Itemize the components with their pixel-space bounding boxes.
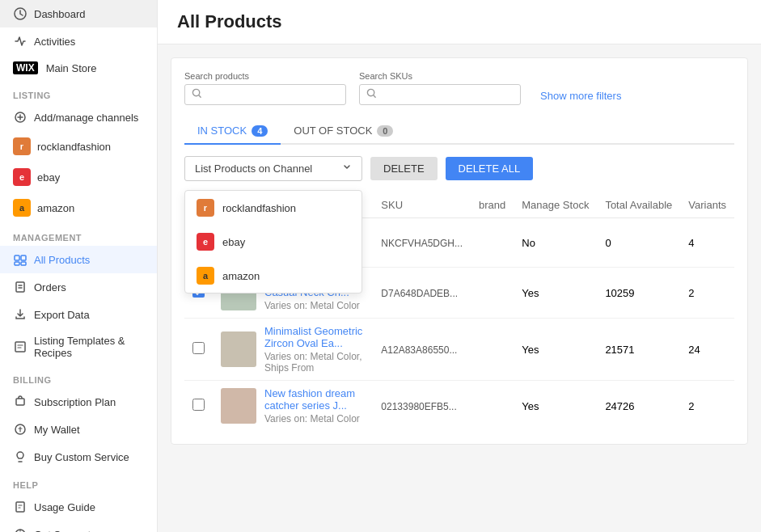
row-variants: 2 [680, 381, 734, 432]
sidebar-item-dashboard[interactable]: Dashboard [0, 0, 157, 27]
get-support-label: Get Support [34, 529, 91, 533]
channel-dropdown-label: List Products on Channel [195, 163, 312, 175]
dropdown-item-rocklandfashion[interactable]: r rocklandfashion [185, 191, 361, 225]
table-row: Minimalist Geometric Zircon Oval Ea... V… [184, 319, 734, 381]
sidebar-item-subscription[interactable]: Subscription Plan [0, 388, 157, 416]
svg-rect-7 [15, 342, 25, 352]
page-header: All Products [158, 0, 761, 44]
product-info: Minimalist Geometric Zircon Oval Ea... V… [264, 325, 365, 374]
products-panel: Search products Search SKUs [171, 57, 748, 445]
content-area: Search products Search SKUs [158, 44, 761, 458]
product-thumbnail [221, 388, 256, 424]
product-name[interactable]: New fashion dream catcher series J... [264, 387, 365, 412]
wallet-icon [13, 422, 27, 437]
main-content: All Products Search products Search SKUs [158, 0, 761, 532]
usage-guide-icon [13, 500, 27, 514]
wix-logo: WIX [13, 61, 38, 74]
svg-rect-10 [16, 502, 24, 512]
svg-rect-8 [16, 399, 24, 405]
tab-in-stock[interactable]: IN STOCK 4 [184, 118, 281, 145]
search-products-input[interactable] [207, 89, 339, 101]
row-checkbox[interactable] [192, 342, 205, 354]
tab-out-of-stock-badge: 0 [377, 125, 393, 137]
search-skus-field: Search SKUs [359, 71, 521, 105]
row-sku: NKCFVHA5DGH... [373, 218, 471, 268]
show-filters-link[interactable]: Show more filters [540, 90, 621, 105]
row-checkbox[interactable] [192, 399, 205, 411]
tab-out-of-stock[interactable]: OUT OF STOCK 0 [281, 118, 406, 145]
sidebar-item-export-data[interactable]: Export Data [0, 301, 157, 328]
tab-in-stock-label: IN STOCK [197, 125, 247, 137]
listing-templates-icon [13, 340, 27, 354]
row-sku: 02133980EFB5... [373, 381, 471, 432]
page-title: All Products [177, 11, 742, 32]
row-variants: 4 [680, 218, 734, 268]
sidebar-item-rocklandfashion[interactable]: r rocklandfashion [0, 131, 157, 162]
row-sku: D7A648DADEB... [373, 268, 471, 319]
row-product-cell: New fashion dream catcher series J... Va… [213, 381, 373, 432]
subscription-label: Subscription Plan [34, 396, 116, 408]
product-variant: Varies on: Metal Color, Ships From [264, 351, 365, 374]
table-row: New fashion dream catcher series J... Va… [184, 381, 734, 432]
row-brand [471, 268, 514, 319]
tab-in-stock-badge: 4 [252, 125, 268, 137]
ebay-label: ebay [37, 171, 60, 184]
search-skus-input[interactable] [382, 89, 514, 101]
channel-dropdown-chevron [342, 163, 352, 175]
sidebar-item-add-channels[interactable]: Add/manage channels [0, 103, 157, 131]
row-total-available: 10259 [597, 268, 680, 319]
usage-guide-label: Usage Guide [34, 501, 95, 513]
sidebar-item-activities[interactable]: Activities [0, 27, 157, 55]
product-info: New fashion dream catcher series J... Va… [264, 387, 365, 424]
export-data-icon [13, 307, 27, 322]
get-support-icon [13, 527, 27, 532]
sidebar-item-get-support[interactable]: Get Support [0, 521, 157, 532]
wallet-label: My Wallet [34, 424, 80, 436]
search-products-icon [192, 88, 202, 101]
sidebar-item-custom-service[interactable]: Buy Custom Service [0, 443, 157, 471]
search-products-input-wrap [184, 84, 346, 105]
sidebar-item-all-products[interactable]: All Products [0, 246, 157, 273]
orders-label: Orders [34, 281, 66, 293]
search-skus-icon [366, 88, 377, 101]
row-brand [471, 381, 514, 432]
delete-button[interactable]: DELETE [370, 157, 438, 180]
sidebar-item-wallet[interactable]: My Wallet [0, 416, 157, 443]
sidebar: Dashboard Activities WIX Main Store List… [0, 0, 158, 532]
sidebar-item-orders[interactable]: Orders [0, 273, 157, 301]
sidebar-item-ebay[interactable]: e ebay [0, 162, 157, 192]
sidebar-item-usage-guide[interactable]: Usage Guide [0, 493, 157, 521]
sidebar-item-listing-templates[interactable]: Listing Templates & Recipes [0, 328, 157, 365]
row-manage-stock: Yes [514, 319, 597, 381]
tab-out-of-stock-label: OUT OF STOCK [294, 125, 372, 137]
col-sku: SKU [373, 192, 471, 218]
col-manage-stock: Manage Stock [514, 192, 597, 218]
product-thumbnail [221, 331, 256, 367]
store-label: Main Store [46, 62, 97, 74]
row-variants: 2 [680, 268, 734, 319]
svg-rect-2 [15, 255, 19, 260]
sidebar-item-store[interactable]: WIX Main Store [0, 55, 157, 81]
svg-rect-6 [16, 282, 24, 292]
activities-icon [13, 34, 27, 49]
product-variant: Varies on: Metal Color [264, 413, 365, 424]
delete-all-button[interactable]: DELETE ALL [446, 157, 534, 180]
row-sku: A12A83A86550... [373, 319, 471, 381]
dashboard-icon [13, 6, 27, 21]
ebay-dot: e [13, 168, 31, 186]
dropdown-ebay-label: ebay [222, 236, 245, 248]
dropdown-item-ebay[interactable]: e ebay [185, 225, 361, 259]
dashboard-label: Dashboard [34, 8, 86, 20]
svg-rect-5 [21, 262, 26, 265]
add-channels-label: Add/manage channels [34, 112, 138, 124]
row-manage-stock: No [514, 218, 597, 268]
dropdown-ebay-dot: e [197, 233, 214, 251]
sidebar-item-amazon[interactable]: a amazon [0, 192, 157, 223]
row-manage-stock: Yes [514, 381, 597, 432]
product-name[interactable]: Minimalist Geometric Zircon Oval Ea... [264, 325, 365, 349]
row-product-cell: Minimalist Geometric Zircon Oval Ea... V… [213, 319, 373, 381]
rocklandfashion-label: rocklandfashion [37, 141, 111, 153]
dropdown-item-amazon[interactable]: a amazon [185, 259, 361, 293]
channel-dropdown[interactable]: List Products on Channel [184, 156, 362, 181]
svg-rect-4 [15, 262, 19, 265]
